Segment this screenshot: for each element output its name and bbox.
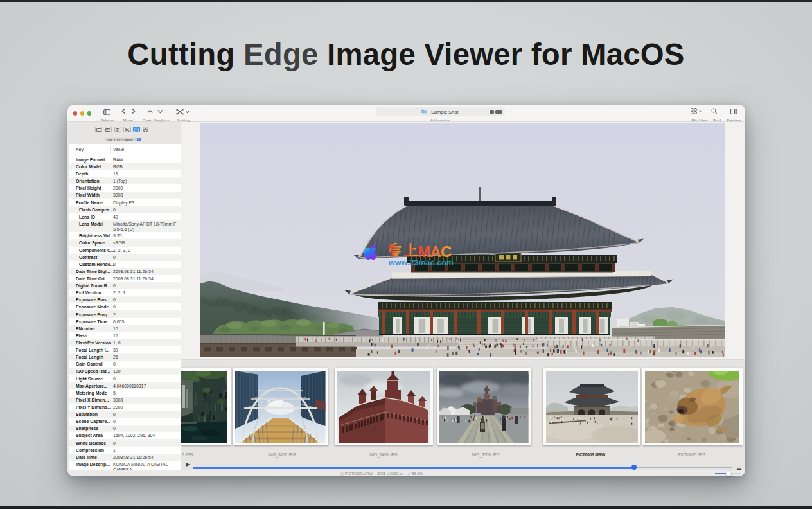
- svg-text:MAC: MAC: [418, 243, 452, 260]
- svg-text:www.23mac.com: www.23mac.com: [388, 258, 454, 267]
